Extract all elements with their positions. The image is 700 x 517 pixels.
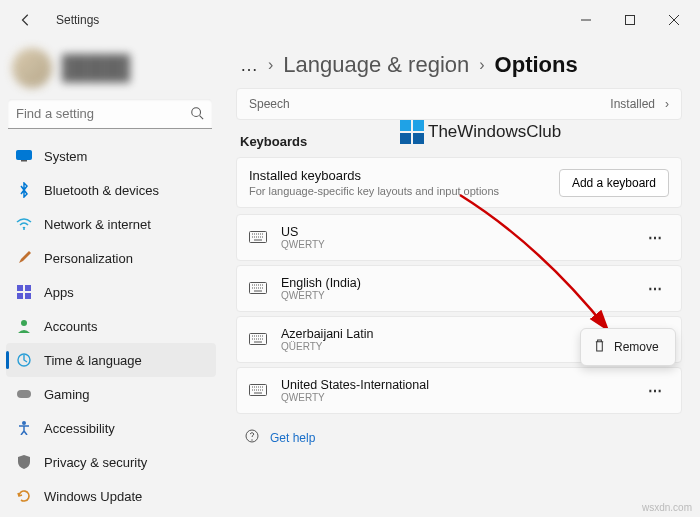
svg-rect-6 (17, 151, 32, 160)
bluetooth-icon (16, 182, 32, 198)
titlebar: Settings (0, 0, 700, 40)
svg-rect-12 (25, 293, 31, 299)
installed-keyboards-card: Installed keyboards For language-specifi… (236, 157, 682, 208)
trash-icon (593, 339, 606, 355)
svg-rect-10 (25, 285, 31, 291)
nav-windows-update[interactable]: Windows Update (6, 479, 216, 513)
shield-icon (16, 454, 32, 470)
nav-label: Gaming (44, 387, 90, 402)
keyboard-layout: QÜERTY (281, 341, 630, 352)
search-icon (190, 106, 204, 124)
remove-menuitem[interactable]: Remove (585, 333, 671, 361)
keyboard-layout: QWERTY (281, 392, 630, 403)
clock-globe-icon (16, 352, 32, 368)
arrow-left-icon (19, 13, 33, 27)
keyboard-icon (249, 229, 269, 247)
keyboard-name: English (India) (281, 276, 630, 290)
keyboard-icon (249, 280, 269, 298)
nav-label: Accessibility (44, 421, 115, 436)
minimize-button[interactable] (564, 4, 608, 36)
avatar (12, 48, 52, 88)
svg-rect-9 (17, 285, 23, 291)
nav-system[interactable]: System (6, 139, 216, 173)
nav-apps[interactable]: Apps (6, 275, 216, 309)
keyboard-row[interactable]: US QWERTY ⋯ (236, 214, 682, 261)
nav-bluetooth[interactable]: Bluetooth & devices (6, 173, 216, 207)
svg-rect-1 (626, 16, 635, 25)
svg-point-13 (21, 320, 27, 326)
installed-title: Installed keyboards (249, 168, 499, 183)
get-help-link[interactable]: Get help (270, 431, 315, 445)
minimize-icon (581, 15, 591, 25)
nav-network[interactable]: Network & internet (6, 207, 216, 241)
site-mark: wsxdn.com (642, 502, 692, 513)
keyboard-row[interactable]: English (India) QWERTY ⋯ (236, 265, 682, 312)
svg-point-16 (22, 421, 26, 425)
nav-label: System (44, 149, 87, 164)
keyboard-name: United States-International (281, 378, 630, 392)
person-icon (16, 318, 32, 334)
nav-label: Personalization (44, 251, 133, 266)
close-icon (669, 15, 679, 25)
nav-privacy[interactable]: Privacy & security (6, 445, 216, 479)
nav-label: Time & language (44, 353, 142, 368)
close-button[interactable] (652, 4, 696, 36)
more-button[interactable]: ⋯ (642, 379, 669, 403)
more-button[interactable]: ⋯ (642, 277, 669, 301)
profile-text: ████████████████ (62, 54, 130, 82)
remove-label: Remove (614, 340, 659, 354)
keyboard-layout: QWERTY (281, 239, 630, 250)
keyboard-row[interactable]: United States-International QWERTY ⋯ (236, 367, 682, 414)
nav-gaming[interactable]: Gaming (6, 377, 216, 411)
nav-label: Privacy & security (44, 455, 147, 470)
breadcrumb-parent[interactable]: Language & region (283, 52, 469, 78)
nav-personalization[interactable]: Personalization (6, 241, 216, 275)
svg-rect-11 (17, 293, 23, 299)
window-title: Settings (56, 13, 99, 27)
breadcrumb: … › Language & region › Options (240, 52, 682, 78)
speech-status: Installed (610, 97, 655, 111)
nav-label: Bluetooth & devices (44, 183, 159, 198)
add-keyboard-button[interactable]: Add a keyboard (559, 169, 669, 197)
maximize-button[interactable] (608, 4, 652, 36)
breadcrumb-overflow[interactable]: … (240, 55, 258, 76)
keyboard-name: US (281, 225, 630, 239)
help-icon (244, 428, 260, 448)
main-panel: … › Language & region › Options Speech I… (226, 40, 700, 517)
speech-row[interactable]: Speech Installed › (236, 88, 682, 120)
more-button[interactable]: ⋯ (642, 226, 669, 250)
update-icon (16, 488, 32, 504)
keyboards-heading: Keyboards (240, 134, 682, 149)
accessibility-icon (16, 420, 32, 436)
chevron-right-icon: › (268, 56, 273, 74)
chevron-right-icon: › (665, 97, 669, 111)
keyboard-icon (249, 331, 269, 349)
gamepad-icon (16, 386, 32, 402)
maximize-icon (625, 15, 635, 25)
context-menu: Remove (580, 328, 676, 366)
svg-point-4 (192, 108, 201, 117)
keyboard-icon (249, 382, 269, 400)
brush-icon (16, 250, 32, 266)
apps-icon (16, 284, 32, 300)
system-icon (16, 148, 32, 164)
svg-rect-7 (21, 160, 27, 162)
breadcrumb-current: Options (495, 52, 578, 78)
nav-accounts[interactable]: Accounts (6, 309, 216, 343)
svg-line-5 (200, 116, 204, 120)
svg-point-8 (23, 228, 25, 230)
search-input[interactable] (8, 99, 212, 129)
search-box (8, 99, 212, 129)
back-button[interactable] (12, 6, 40, 34)
installed-sub: For language-specific key layouts and in… (249, 185, 499, 197)
svg-rect-15 (17, 390, 31, 398)
nav-accessibility[interactable]: Accessibility (6, 411, 216, 445)
nav-time-language[interactable]: Time & language (6, 343, 216, 377)
svg-point-34 (251, 439, 252, 440)
profile-block[interactable]: ████████████████ (0, 40, 220, 95)
help-row: Get help (244, 428, 682, 448)
nav-label: Apps (44, 285, 74, 300)
nav-list: System Bluetooth & devices Network & int… (0, 137, 220, 515)
sidebar: ████████████████ System Bluetooth & devi… (0, 40, 226, 517)
chevron-right-icon: › (479, 56, 484, 74)
